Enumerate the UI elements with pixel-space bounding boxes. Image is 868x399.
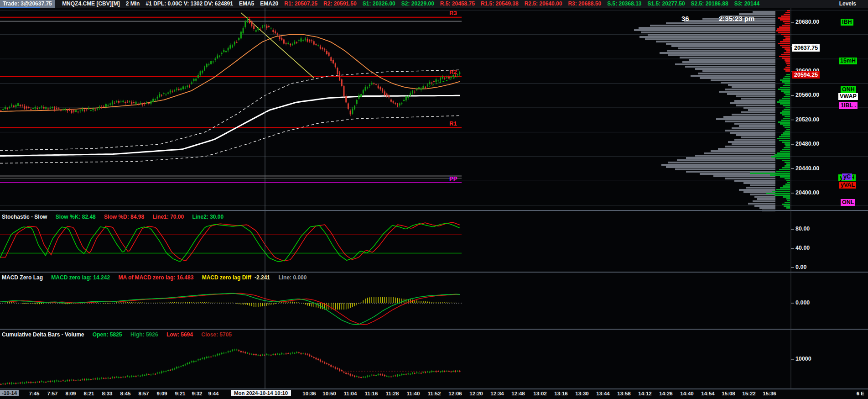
level-tag-1ibl .: 1IBL . [839,102,858,109]
clock-time: 2:35:23 pm [719,15,754,22]
stochastic-k-value: Slow %K: 82.48 [56,214,96,220]
stochastic-d-value: Slow %D: 84.98 [104,214,144,220]
delta-tick: 10000 [795,356,811,362]
price-tick: 20400.00 [795,189,819,196]
price-tick: 20480.00 [795,141,819,147]
levels-column-header: Levels [839,0,856,8]
time-tick: 11:52 [428,391,441,396]
stochastic-tick: 40.00 [795,245,810,251]
time-tick: 12:20 [469,391,483,396]
chart-canvas[interactable]: R3R2R1PP [0,0,868,399]
time-tick: 13:44 [596,391,609,396]
stochastic-line1: Line1: 70.00 [152,214,184,220]
time-tick: 13:16 [554,391,567,396]
topbar-study-value: 2 Min [126,0,140,7]
price-tick: 20520.00 [795,116,819,123]
topbar-study-value: R3: 20688.50 [568,0,601,7]
delta-open: Open: 5825 [93,331,122,338]
level-tag-yc: yC [842,173,852,180]
macd-value: MACD zero lag: 14.242 [51,274,110,281]
level-tag-15mh: 15mH [839,58,857,64]
macd-header: MACD Zero Lag MACD zero lag: 14.242 MA o… [2,274,313,281]
topbar-study-value: #1 DPL: 0.00C V: 1302 DV: 624891 [146,0,233,7]
level-tag-onl: ONL [841,199,855,206]
topbar-study-value: R.5: 20458.75 [440,0,475,7]
time-tick: 9:09 [156,391,167,396]
stochastic-tick: 80.00 [795,226,810,232]
time-tick: 8:21 [83,391,94,396]
level-tag-yval: yVAL [839,182,856,189]
macd-ma-value: MA of MACD zero lag: 16.483 [118,274,193,281]
time-tick: 9:44 [208,391,218,396]
macd-line-value: Line: 0.000 [278,274,307,281]
time-tick: 15:08 [722,391,735,396]
stochastic-tick: 0.00 [795,264,806,270]
time-tick: 7:45 [29,391,39,396]
time-tick: 8:09 [65,391,76,396]
macd-title: MACD Zero Lag [2,274,43,281]
time-axis[interactable]: -10-14 Mon 2024-10-14 10:10 6 E 7:457:57… [0,389,868,399]
svg-text:PP: PP [449,175,457,182]
time-tick: 15:36 [763,391,776,396]
time-tick: 11:40 [407,391,420,396]
topbar-study-value: EMA20 [260,0,278,7]
level-tag-vwap: VWAP [838,93,858,100]
svg-text:R1: R1 [449,120,457,127]
topbar-study-value: EMA5 [239,0,254,7]
topbar-study-value: R2.5: 20640.00 [525,0,562,7]
delta-low: Low: 5694 [166,331,193,338]
time-tick: 8:45 [120,391,130,396]
topbar-study-value: R1: 20507.25 [284,0,317,7]
time-tick: 12:48 [511,391,525,396]
last-price-box: 20594.25 [792,71,820,79]
delta-header: Cumulative Delta Bars - Volume Open: 582… [2,331,239,338]
stochastic-title: Stochastic - Slow [2,214,47,220]
topbar-study-value: S2.5: 20186.88 [691,0,728,7]
time-tick: 13:58 [617,391,630,396]
topbar-study-value: MNQZ4.CME [CBV][M] [62,0,120,7]
delta-high: High: 5926 [130,331,158,338]
bar-countdown: 36 [681,15,689,22]
topbar-study-value: R1.5: 20549.38 [481,0,519,7]
time-tick: 9:21 [175,391,185,396]
svg-text:R3: R3 [449,10,457,16]
time-tick: 14:54 [701,391,714,396]
time-tick: 14:12 [638,391,651,396]
time-tick: 10:36 [302,391,316,396]
topbar-study-value: S1.5: 20277.50 [648,0,685,7]
time-tick: 11:16 [365,391,378,396]
topbar-study-value: S3: 20144 [734,0,759,7]
macd-diff-value: -2.241 [255,274,270,281]
date-box-left: -10-14 [0,390,19,396]
time-tick: 10:50 [322,391,336,396]
price-tick: 20560.00 [795,92,819,98]
trading-platform-window: { "topbar": { "trade_box": "Trade: 3@206… [0,0,868,399]
time-tick: 8:33 [102,391,112,396]
level-tag-ibh: IBH [841,19,853,26]
topbar-study-value: S2: 20229.00 [401,0,434,7]
topbar-study-value: S1: 20326.00 [363,0,395,7]
time-tick: 12:06 [448,391,462,396]
topbar-study-value: S.5: 20368.13 [607,0,641,7]
time-tick: 14:40 [680,391,693,396]
time-tick: 8:57 [138,391,149,396]
macd-diff-label: MACD zero lag Diff [202,274,251,281]
macd-tick: 0.000 [795,299,810,306]
time-tick: 15:22 [742,391,755,396]
session-start-box: Mon 2024-10-14 10:10 [231,390,291,396]
level-tag-onh: ONH [841,86,856,93]
time-tick: 11:28 [386,391,399,396]
trade-price-box: 20637.75 [792,44,820,52]
time-tick: 11:04 [344,391,357,396]
corner-status: 6 E [857,391,864,396]
price-scale[interactable]: 20680.0020640.0020600.0020560.0020520.00… [791,8,868,389]
time-tick: 7:57 [47,391,57,396]
delta-close: Close: 5705 [201,331,232,338]
time-tick: 9:32 [192,391,202,396]
time-tick: 13:02 [533,391,546,396]
delta-title: Cumulative Delta Bars - Volume [2,331,84,338]
time-tick: 12:34 [490,391,504,396]
chart-title-and-studies: MNQZ4.CME [CBV][M]2 Min#1 DPL: 0.00C V: … [56,0,759,7]
top-bar: Trade: 3@20637.75 MNQZ4.CME [CBV][M]2 Mi… [0,0,868,8]
price-tick: 20440.00 [795,165,819,172]
